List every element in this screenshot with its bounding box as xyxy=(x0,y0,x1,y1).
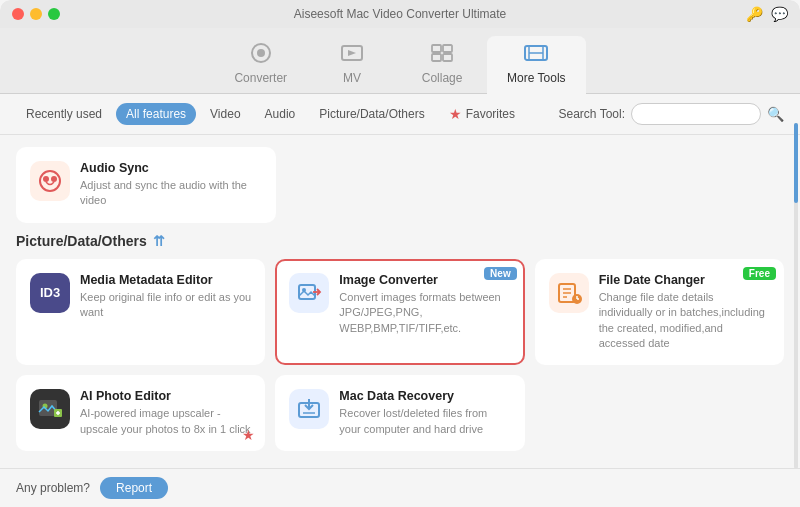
nav-label-mv: MV xyxy=(343,71,361,85)
minimize-button[interactable] xyxy=(30,8,42,20)
image-converter-card[interactable]: Image Converter Convert images formats b… xyxy=(275,259,524,366)
favorite-star-icon: ★ xyxy=(242,427,255,443)
svg-rect-6 xyxy=(443,54,452,61)
maximize-button[interactable] xyxy=(48,8,60,20)
picture-data-others-grid: ID3 Media Metadata Editor Keep original … xyxy=(16,259,784,451)
media-metadata-body: Media Metadata Editor Keep original file… xyxy=(80,273,251,321)
window-title: Aiseesoft Mac Video Converter Ultimate xyxy=(294,7,507,21)
search-input[interactable] xyxy=(631,103,761,125)
filter-recently-used[interactable]: Recently used xyxy=(16,103,112,125)
section-sort-icon[interactable]: ⇈ xyxy=(153,233,165,249)
favorites-star-icon: ★ xyxy=(449,106,462,122)
filter-audio[interactable]: Audio xyxy=(255,103,306,125)
section-label: Picture/Data/Others xyxy=(16,233,147,249)
message-icon[interactable]: 💬 xyxy=(771,6,788,22)
nav-label-collage: Collage xyxy=(422,71,463,85)
key-icon[interactable]: 🔑 xyxy=(746,6,763,22)
ai-photo-editor-body: AI Photo Editor AI-powered image upscale… xyxy=(80,389,251,437)
media-metadata-icon: ID3 xyxy=(30,273,70,313)
file-date-changer-icon xyxy=(549,273,589,313)
audio-sync-card[interactable]: Audio Sync Adjust and sync the audio wit… xyxy=(16,147,276,223)
mac-data-recovery-body: Mac Data Recovery Recover lost/deleted f… xyxy=(339,389,510,437)
mac-data-recovery-card[interactable]: Mac Data Recovery Recover lost/deleted f… xyxy=(275,375,524,451)
file-date-changer-card[interactable]: File Date Changer Change file date detai… xyxy=(535,259,784,366)
svg-point-13 xyxy=(51,176,57,182)
file-date-changer-desc: Change file date details individually or… xyxy=(599,290,770,352)
ai-photo-editor-card[interactable]: AI Photo Editor AI-powered image upscale… xyxy=(16,375,265,451)
file-date-changer-body: File Date Changer Change file date detai… xyxy=(599,273,770,352)
media-metadata-editor-card[interactable]: ID3 Media Metadata Editor Keep original … xyxy=(16,259,265,366)
image-converter-desc: Convert images formats between JPG/JPEG,… xyxy=(339,290,510,336)
audio-sync-body: Audio Sync Adjust and sync the audio wit… xyxy=(80,161,262,209)
nav-item-converter[interactable]: Converter xyxy=(214,36,307,93)
title-bar-icons: 🔑 💬 xyxy=(746,6,788,22)
mv-icon xyxy=(339,42,365,68)
mac-data-recovery-icon xyxy=(289,389,329,429)
audio-sync-section: Audio Sync Adjust and sync the audio wit… xyxy=(16,147,784,223)
audio-sync-title: Audio Sync xyxy=(80,161,262,175)
new-badge: New xyxy=(484,267,517,280)
nav-item-collage[interactable]: Collage xyxy=(397,36,487,93)
nav-bar: Converter MV Collage More Tools xyxy=(0,28,800,94)
filter-picture-data-others[interactable]: Picture/Data/Others xyxy=(309,103,434,125)
scrollbar-thumb[interactable] xyxy=(794,123,798,203)
search-area: Search Tool: 🔍 xyxy=(559,103,785,125)
close-button[interactable] xyxy=(12,8,24,20)
image-converter-icon xyxy=(289,273,329,313)
search-icon[interactable]: 🔍 xyxy=(767,106,784,122)
svg-point-1 xyxy=(257,49,265,57)
collage-icon xyxy=(429,42,455,68)
traffic-lights xyxy=(12,8,60,20)
svg-point-11 xyxy=(40,171,60,191)
audio-sync-icon-wrap xyxy=(30,161,70,201)
favorites-label: Favorites xyxy=(466,107,515,121)
svg-rect-4 xyxy=(443,45,452,52)
audio-sync-desc: Adjust and sync the audio with the video xyxy=(80,178,262,209)
svg-point-12 xyxy=(43,176,49,182)
filter-bar: Recently used All features Video Audio P… xyxy=(0,94,800,135)
free-badge: Free xyxy=(743,267,776,280)
search-label: Search Tool: xyxy=(559,107,626,121)
title-bar: Aiseesoft Mac Video Converter Ultimate 🔑… xyxy=(0,0,800,28)
filter-video[interactable]: Video xyxy=(200,103,250,125)
filter-favorites[interactable]: ★ Favorites xyxy=(439,102,525,126)
media-metadata-title: Media Metadata Editor xyxy=(80,273,251,287)
nav-label-more-tools: More Tools xyxy=(507,71,565,85)
converter-icon xyxy=(248,42,274,68)
media-metadata-desc: Keep original file info or edit as you w… xyxy=(80,290,251,321)
report-button[interactable]: Report xyxy=(100,477,168,499)
svg-rect-5 xyxy=(432,54,441,61)
nav-item-mv[interactable]: MV xyxy=(307,36,397,93)
nav-item-more-tools[interactable]: More Tools xyxy=(487,36,585,93)
ai-photo-editor-icon xyxy=(30,389,70,429)
picture-data-others-header: Picture/Data/Others ⇈ xyxy=(16,233,784,249)
bottom-bar: Any problem? Report xyxy=(0,468,800,507)
any-problem-label: Any problem? xyxy=(16,481,90,495)
nav-label-converter: Converter xyxy=(234,71,287,85)
mac-data-recovery-desc: Recover lost/deleted files from your com… xyxy=(339,406,510,437)
content-area: Audio Sync Adjust and sync the audio wit… xyxy=(0,135,800,507)
ai-photo-editor-title: AI Photo Editor xyxy=(80,389,251,403)
more-tools-icon xyxy=(523,42,549,68)
filter-all-features[interactable]: All features xyxy=(116,103,196,125)
ai-photo-editor-desc: AI-powered image upscaler - upscale your… xyxy=(80,406,251,437)
image-converter-body: Image Converter Convert images formats b… xyxy=(339,273,510,336)
svg-rect-14 xyxy=(299,285,315,299)
mac-data-recovery-title: Mac Data Recovery xyxy=(339,389,510,403)
svg-rect-3 xyxy=(432,45,441,52)
